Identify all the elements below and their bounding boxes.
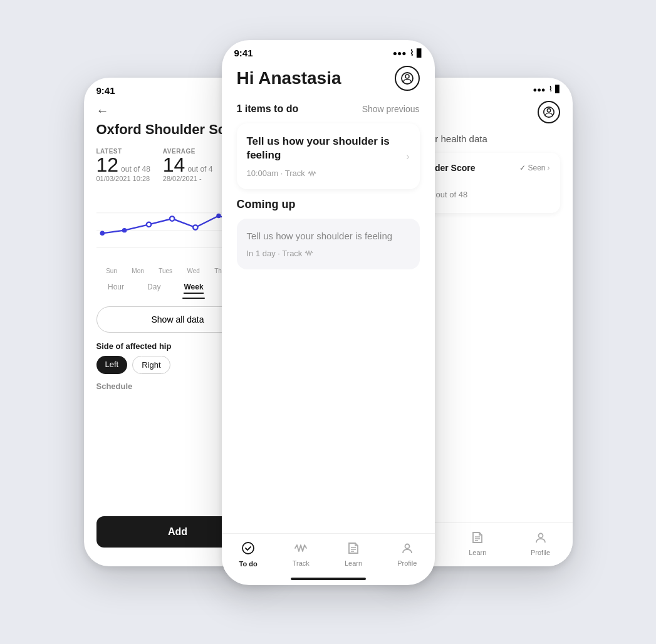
nav-track[interactable]: Track xyxy=(293,541,310,567)
task1-title: Tell us how your shoulder is feeling xyxy=(247,135,410,162)
left-time: 9:41 xyxy=(96,85,115,96)
center-bottom-nav: To do Track xyxy=(222,533,435,573)
center-time: 9:41 xyxy=(234,48,253,58)
nav-profile-label: Profile xyxy=(397,559,417,567)
svg-point-5 xyxy=(146,222,150,227)
svg-point-12 xyxy=(242,543,254,554)
svg-point-22 xyxy=(538,534,543,538)
svg-point-8 xyxy=(216,214,221,218)
svg-point-18 xyxy=(547,109,550,112)
center-signal-icon: ●●● xyxy=(393,49,407,58)
task-card-2: Tell us how your shoulder is feeling In … xyxy=(237,219,420,269)
todo-header: 1 items to do Show previous xyxy=(237,103,420,115)
right-profile-svg xyxy=(543,106,555,118)
task-card-1[interactable]: Tell us how your shoulder is feeling 10:… xyxy=(237,123,420,189)
todo-count: 1 items to do xyxy=(237,103,299,115)
right-battery-icon: ▊ xyxy=(555,85,560,93)
right-profile-nav-icon xyxy=(534,531,548,547)
right-signal-icon: ●●● xyxy=(533,86,546,93)
seen-badge: ✓ Seen › xyxy=(519,164,549,172)
task2-meta: In 1 day · Track xyxy=(247,249,410,258)
hip-right-option[interactable]: Right xyxy=(132,356,170,374)
greeting-text: Hi Anastasia xyxy=(237,68,341,88)
center-phone: 9:41 ●●● ⌇ ▊ Hi Anastasia xyxy=(222,40,435,585)
right-learn-icon xyxy=(471,531,484,547)
hip-left-option[interactable]: Left xyxy=(96,356,128,374)
svg-point-7 xyxy=(193,226,197,230)
center-wifi-icon: ⌇ xyxy=(410,48,414,58)
task2-title: Tell us how your shoulder is feeling xyxy=(247,230,410,242)
track-wave-icon xyxy=(308,169,316,178)
track-wave-icon-2 xyxy=(305,249,313,257)
average-stat: AVERAGE 14 out of 4 28/02/2021 - xyxy=(163,148,213,182)
filter-day[interactable]: Day xyxy=(147,283,160,294)
track-icon xyxy=(294,541,308,558)
show-previous-button[interactable]: Show previous xyxy=(362,104,420,114)
center-status-bar: 9:41 ●●● ⌇ ▊ xyxy=(222,40,435,61)
right-nav-learn[interactable]: Learn xyxy=(469,531,486,556)
nav-track-label: Track xyxy=(293,559,310,567)
nav-learn[interactable]: Learn xyxy=(345,541,362,567)
nav-learn-label: Learn xyxy=(345,559,362,567)
learn-icon xyxy=(346,541,360,558)
nav-profile[interactable]: Profile xyxy=(397,541,417,567)
nav-todo[interactable]: To do xyxy=(239,541,258,568)
right-score-sub: out of 48 xyxy=(436,190,468,199)
right-nav-profile[interactable]: Profile xyxy=(531,531,550,556)
right-wifi-icon: ⌇ xyxy=(549,85,552,93)
profile-svg xyxy=(400,71,414,85)
task1-meta: 10:00am · Track xyxy=(247,169,410,178)
center-battery-icon: ▊ xyxy=(417,49,422,58)
right-profile-icon[interactable] xyxy=(538,101,560,123)
right-learn-label: Learn xyxy=(469,549,486,556)
coming-up-label: Coming up xyxy=(237,198,420,211)
task1-chevron-icon: › xyxy=(406,151,409,162)
nav-todo-label: To do xyxy=(239,560,258,568)
center-content: Hi Anastasia 1 items to do Show previous xyxy=(222,61,435,302)
svg-point-6 xyxy=(170,217,174,221)
svg-point-3 xyxy=(100,231,104,236)
svg-point-16 xyxy=(405,544,409,549)
profile-icon[interactable] xyxy=(395,66,420,91)
filter-hour[interactable]: Hour xyxy=(108,283,124,294)
home-indicator xyxy=(222,573,435,585)
profile-nav-icon xyxy=(400,541,414,558)
filter-week[interactable]: Week xyxy=(184,283,203,294)
right-profile-label: Profile xyxy=(531,549,550,556)
svg-point-11 xyxy=(405,75,409,78)
latest-stat: LATEST 12 out of 48 01/03/2021 10:28 xyxy=(96,148,150,182)
todo-icon xyxy=(241,541,255,558)
greeting-row: Hi Anastasia xyxy=(237,66,420,91)
svg-point-4 xyxy=(122,228,126,232)
